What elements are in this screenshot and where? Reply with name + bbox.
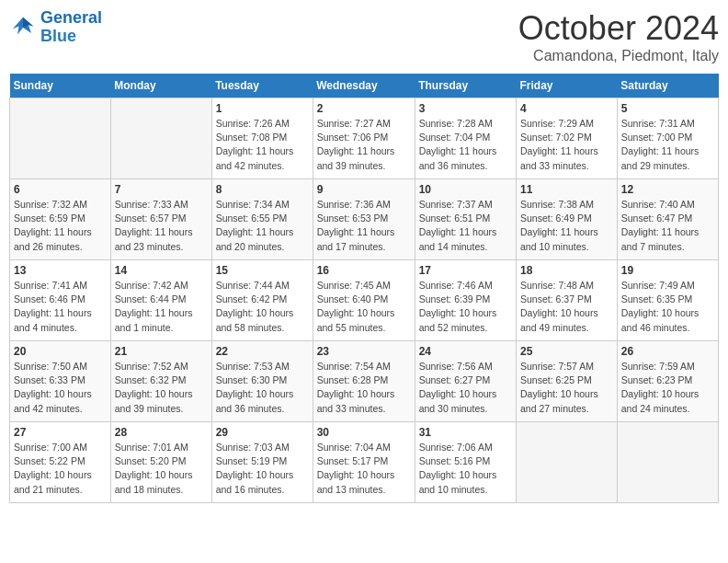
day-info: Sunrise: 7:01 AMSunset: 5:20 PMDaylight:…: [115, 441, 208, 497]
day-info: Sunrise: 7:49 AMSunset: 6:35 PMDaylight:…: [621, 279, 714, 335]
day-number: 9: [317, 183, 411, 196]
calendar-body: 1Sunrise: 7:26 AMSunset: 7:08 PMDaylight…: [10, 98, 719, 503]
month-title: October 2024: [518, 9, 719, 48]
calendar-cell: [617, 422, 718, 503]
day-info: Sunrise: 7:41 AMSunset: 6:46 PMDaylight:…: [14, 279, 107, 335]
day-info: Sunrise: 7:29 AMSunset: 7:02 PMDaylight:…: [520, 117, 613, 173]
day-number: 12: [621, 183, 714, 196]
day-info: Sunrise: 7:57 AMSunset: 6:25 PMDaylight:…: [520, 360, 613, 416]
calendar-cell: 13Sunrise: 7:41 AMSunset: 6:46 PMDayligh…: [10, 260, 111, 341]
day-info: Sunrise: 7:00 AMSunset: 5:22 PMDaylight:…: [14, 441, 107, 497]
day-number: 29: [216, 426, 309, 439]
calendar-week-3: 13Sunrise: 7:41 AMSunset: 6:46 PMDayligh…: [10, 260, 719, 341]
calendar-cell: 25Sunrise: 7:57 AMSunset: 6:25 PMDayligh…: [517, 341, 618, 422]
calendar-cell: 3Sunrise: 7:28 AMSunset: 7:04 PMDaylight…: [415, 98, 516, 179]
weekday-tuesday: Tuesday: [211, 74, 313, 98]
day-info: Sunrise: 7:38 AMSunset: 6:49 PMDaylight:…: [520, 198, 613, 254]
logo-text: GeneralBlue: [40, 9, 102, 46]
day-number: 10: [419, 183, 512, 196]
logo: GeneralBlue: [9, 9, 102, 46]
calendar-cell: 1Sunrise: 7:26 AMSunset: 7:08 PMDaylight…: [211, 98, 313, 179]
day-info: Sunrise: 7:53 AMSunset: 6:30 PMDaylight:…: [216, 360, 309, 416]
day-info: Sunrise: 7:45 AMSunset: 6:40 PMDaylight:…: [317, 279, 411, 335]
day-info: Sunrise: 7:46 AMSunset: 6:39 PMDaylight:…: [419, 279, 512, 335]
day-info: Sunrise: 7:52 AMSunset: 6:32 PMDaylight:…: [115, 360, 208, 416]
day-number: 7: [115, 183, 208, 196]
calendar-cell: 22Sunrise: 7:53 AMSunset: 6:30 PMDayligh…: [211, 341, 313, 422]
weekday-sunday: Sunday: [10, 74, 111, 98]
day-info: Sunrise: 7:28 AMSunset: 7:04 PMDaylight:…: [419, 117, 512, 173]
calendar-week-2: 6Sunrise: 7:32 AMSunset: 6:59 PMDaylight…: [10, 179, 719, 260]
calendar-cell: 24Sunrise: 7:56 AMSunset: 6:27 PMDayligh…: [415, 341, 516, 422]
day-number: 16: [317, 264, 411, 277]
day-info: Sunrise: 7:03 AMSunset: 5:19 PMDaylight:…: [216, 441, 309, 497]
day-info: Sunrise: 7:48 AMSunset: 6:37 PMDaylight:…: [520, 279, 613, 335]
day-number: 31: [419, 426, 512, 439]
day-number: 26: [621, 345, 714, 358]
day-number: 4: [520, 102, 613, 115]
calendar-cell: 11Sunrise: 7:38 AMSunset: 6:49 PMDayligh…: [517, 179, 618, 260]
day-info: Sunrise: 7:31 AMSunset: 7:00 PMDaylight:…: [621, 117, 714, 173]
day-info: Sunrise: 7:54 AMSunset: 6:28 PMDaylight:…: [317, 360, 411, 416]
calendar-cell: 14Sunrise: 7:42 AMSunset: 6:44 PMDayligh…: [110, 260, 211, 341]
day-number: 21: [115, 345, 208, 358]
calendar-cell: 10Sunrise: 7:37 AMSunset: 6:51 PMDayligh…: [415, 179, 516, 260]
calendar-cell: 28Sunrise: 7:01 AMSunset: 5:20 PMDayligh…: [110, 422, 211, 503]
day-number: 23: [317, 345, 411, 358]
calendar-cell: 4Sunrise: 7:29 AMSunset: 7:02 PMDaylight…: [517, 98, 618, 179]
day-number: 30: [317, 426, 411, 439]
page-header: GeneralBlue October 2024 Camandona, Pied…: [9, 9, 719, 64]
day-info: Sunrise: 7:06 AMSunset: 5:16 PMDaylight:…: [419, 441, 512, 497]
day-info: Sunrise: 7:27 AMSunset: 7:06 PMDaylight:…: [317, 117, 411, 173]
calendar-week-5: 27Sunrise: 7:00 AMSunset: 5:22 PMDayligh…: [10, 422, 719, 503]
calendar-cell: 7Sunrise: 7:33 AMSunset: 6:57 PMDaylight…: [110, 179, 211, 260]
calendar-cell: 19Sunrise: 7:49 AMSunset: 6:35 PMDayligh…: [617, 260, 718, 341]
day-info: Sunrise: 7:44 AMSunset: 6:42 PMDaylight:…: [216, 279, 309, 335]
day-info: Sunrise: 7:40 AMSunset: 6:47 PMDaylight:…: [621, 198, 714, 254]
day-number: 22: [216, 345, 309, 358]
calendar-cell: 29Sunrise: 7:03 AMSunset: 5:19 PMDayligh…: [211, 422, 313, 503]
day-number: 14: [115, 264, 208, 277]
day-number: 15: [216, 264, 309, 277]
day-info: Sunrise: 7:50 AMSunset: 6:33 PMDaylight:…: [14, 360, 107, 416]
calendar-cell: 9Sunrise: 7:36 AMSunset: 6:53 PMDaylight…: [313, 179, 415, 260]
calendar-cell: 31Sunrise: 7:06 AMSunset: 5:16 PMDayligh…: [415, 422, 516, 503]
weekday-wednesday: Wednesday: [313, 74, 415, 98]
calendar-cell: 5Sunrise: 7:31 AMSunset: 7:00 PMDaylight…: [617, 98, 718, 179]
day-number: 19: [621, 264, 714, 277]
day-info: Sunrise: 7:04 AMSunset: 5:17 PMDaylight:…: [317, 441, 411, 497]
day-info: Sunrise: 7:56 AMSunset: 6:27 PMDaylight:…: [419, 360, 512, 416]
calendar-cell: 12Sunrise: 7:40 AMSunset: 6:47 PMDayligh…: [617, 179, 718, 260]
location: Camandona, Piedmont, Italy: [518, 48, 719, 64]
calendar-cell: [110, 98, 211, 179]
calendar-cell: 30Sunrise: 7:04 AMSunset: 5:17 PMDayligh…: [313, 422, 415, 503]
day-number: 18: [520, 264, 613, 277]
calendar-cell: 17Sunrise: 7:46 AMSunset: 6:39 PMDayligh…: [415, 260, 516, 341]
day-number: 17: [419, 264, 512, 277]
calendar-cell: 18Sunrise: 7:48 AMSunset: 6:37 PMDayligh…: [517, 260, 618, 341]
day-number: 3: [419, 102, 512, 115]
title-block: October 2024 Camandona, Piedmont, Italy: [518, 9, 719, 64]
calendar-cell: 6Sunrise: 7:32 AMSunset: 6:59 PMDaylight…: [10, 179, 111, 260]
day-info: Sunrise: 7:32 AMSunset: 6:59 PMDaylight:…: [14, 198, 107, 254]
day-number: 24: [419, 345, 512, 358]
day-number: 13: [14, 264, 107, 277]
calendar-week-4: 20Sunrise: 7:50 AMSunset: 6:33 PMDayligh…: [10, 341, 719, 422]
day-number: 8: [216, 183, 309, 196]
weekday-header-row: SundayMondayTuesdayWednesdayThursdayFrid…: [10, 74, 719, 98]
calendar-cell: 26Sunrise: 7:59 AMSunset: 6:23 PMDayligh…: [617, 341, 718, 422]
calendar-week-1: 1Sunrise: 7:26 AMSunset: 7:08 PMDaylight…: [10, 98, 719, 179]
day-info: Sunrise: 7:42 AMSunset: 6:44 PMDaylight:…: [115, 279, 208, 335]
day-info: Sunrise: 7:36 AMSunset: 6:53 PMDaylight:…: [317, 198, 411, 254]
calendar-cell: 23Sunrise: 7:54 AMSunset: 6:28 PMDayligh…: [313, 341, 415, 422]
weekday-thursday: Thursday: [415, 74, 516, 98]
day-number: 28: [115, 426, 208, 439]
day-number: 20: [14, 345, 107, 358]
day-info: Sunrise: 7:26 AMSunset: 7:08 PMDaylight:…: [216, 117, 309, 173]
logo-icon: [9, 14, 37, 41]
day-info: Sunrise: 7:59 AMSunset: 6:23 PMDaylight:…: [621, 360, 714, 416]
day-info: Sunrise: 7:33 AMSunset: 6:57 PMDaylight:…: [115, 198, 208, 254]
calendar-table: SundayMondayTuesdayWednesdayThursdayFrid…: [9, 74, 719, 503]
weekday-monday: Monday: [110, 74, 211, 98]
day-info: Sunrise: 7:34 AMSunset: 6:55 PMDaylight:…: [216, 198, 309, 254]
